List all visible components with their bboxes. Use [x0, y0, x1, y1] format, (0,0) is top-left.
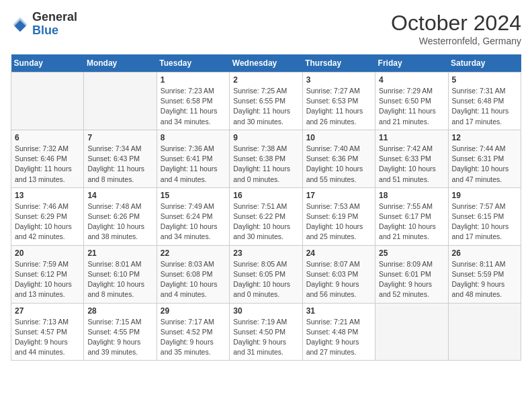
- cell-details: Sunrise: 7:34 AM Sunset: 6:43 PM Dayligh…: [87, 144, 152, 185]
- weekday-header: Sunday: [11, 54, 84, 73]
- calendar-table: SundayMondayTuesdayWednesdayThursdayFrid…: [11, 54, 521, 361]
- calendar-cell: 25Sunrise: 8:09 AM Sunset: 6:01 PM Dayli…: [375, 245, 448, 303]
- calendar-cell: 9Sunrise: 7:38 AM Sunset: 6:38 PM Daylig…: [230, 130, 302, 187]
- calendar-cell: 27Sunrise: 7:13 AM Sunset: 4:57 PM Dayli…: [11, 303, 84, 361]
- cell-details: Sunrise: 8:01 AM Sunset: 6:10 PM Dayligh…: [87, 259, 152, 300]
- logo-text: General Blue: [32, 11, 77, 38]
- cell-details: Sunrise: 7:15 AM Sunset: 4:55 PM Dayligh…: [87, 317, 152, 358]
- calendar-cell: 4Sunrise: 7:29 AM Sunset: 6:50 PM Daylig…: [375, 73, 448, 130]
- day-number: 21: [87, 248, 152, 258]
- cell-details: Sunrise: 7:48 AM Sunset: 6:26 PM Dayligh…: [87, 201, 152, 242]
- day-number: 18: [379, 191, 444, 200]
- calendar-week-row: 27Sunrise: 7:13 AM Sunset: 4:57 PM Dayli…: [11, 303, 521, 361]
- cell-details: Sunrise: 7:32 AM Sunset: 6:46 PM Dayligh…: [15, 144, 80, 185]
- day-number: 16: [233, 191, 298, 200]
- cell-details: Sunrise: 7:46 AM Sunset: 6:29 PM Dayligh…: [15, 201, 80, 242]
- day-number: 30: [233, 306, 298, 316]
- calendar-cell: 10Sunrise: 7:40 AM Sunset: 6:36 PM Dayli…: [302, 130, 375, 187]
- calendar-cell: 6Sunrise: 7:32 AM Sunset: 6:46 PM Daylig…: [11, 130, 84, 187]
- calendar-cell: 1Sunrise: 7:23 AM Sunset: 6:58 PM Daylig…: [157, 73, 229, 130]
- calendar-cell: 15Sunrise: 7:49 AM Sunset: 6:24 PM Dayli…: [157, 187, 229, 245]
- cell-details: Sunrise: 8:07 AM Sunset: 6:03 PM Dayligh…: [306, 259, 371, 300]
- day-number: 25: [379, 248, 444, 258]
- day-number: 13: [15, 191, 80, 200]
- cell-details: Sunrise: 7:40 AM Sunset: 6:36 PM Dayligh…: [306, 144, 371, 185]
- day-number: 6: [15, 133, 80, 142]
- day-number: 12: [452, 133, 517, 142]
- calendar-cell: 14Sunrise: 7:48 AM Sunset: 6:26 PM Dayli…: [84, 187, 157, 245]
- cell-details: Sunrise: 7:36 AM Sunset: 6:41 PM Dayligh…: [161, 144, 226, 185]
- cell-details: Sunrise: 8:05 AM Sunset: 6:05 PM Dayligh…: [233, 259, 298, 300]
- calendar-cell: 20Sunrise: 7:59 AM Sunset: 6:12 PM Dayli…: [11, 245, 84, 303]
- day-number: 27: [15, 306, 80, 316]
- calendar-cell: [448, 303, 521, 361]
- cell-details: Sunrise: 7:17 AM Sunset: 4:52 PM Dayligh…: [161, 317, 226, 358]
- day-number: 14: [87, 191, 152, 200]
- calendar-cell: 12Sunrise: 7:44 AM Sunset: 6:31 PM Dayli…: [448, 130, 521, 187]
- day-number: 23: [233, 248, 298, 258]
- cell-details: Sunrise: 7:59 AM Sunset: 6:12 PM Dayligh…: [15, 259, 80, 300]
- calendar-cell: [11, 73, 84, 130]
- cell-details: Sunrise: 7:42 AM Sunset: 6:33 PM Dayligh…: [379, 144, 444, 185]
- calendar-cell: 2Sunrise: 7:25 AM Sunset: 6:55 PM Daylig…: [230, 73, 302, 130]
- calendar-week-row: 13Sunrise: 7:46 AM Sunset: 6:29 PM Dayli…: [11, 187, 521, 245]
- calendar-cell: [375, 303, 448, 361]
- logo-general-text: General: [32, 11, 77, 24]
- calendar-cell: 21Sunrise: 8:01 AM Sunset: 6:10 PM Dayli…: [84, 245, 157, 303]
- day-number: 9: [233, 133, 298, 142]
- day-number: 26: [452, 248, 517, 258]
- weekday-header: Thursday: [302, 54, 375, 73]
- day-number: 4: [379, 75, 444, 85]
- calendar-cell: 17Sunrise: 7:53 AM Sunset: 6:19 PM Dayli…: [302, 187, 375, 245]
- calendar-cell: 11Sunrise: 7:42 AM Sunset: 6:33 PM Dayli…: [375, 130, 448, 187]
- cell-details: Sunrise: 7:29 AM Sunset: 6:50 PM Dayligh…: [379, 86, 444, 127]
- day-number: 31: [306, 306, 371, 316]
- cell-details: Sunrise: 7:55 AM Sunset: 6:17 PM Dayligh…: [379, 201, 444, 242]
- logo: General Blue: [11, 11, 77, 38]
- day-number: 8: [161, 133, 226, 142]
- cell-details: Sunrise: 7:21 AM Sunset: 4:48 PM Dayligh…: [306, 317, 371, 358]
- day-number: 15: [161, 191, 226, 200]
- day-number: 19: [452, 191, 517, 200]
- calendar-cell: 31Sunrise: 7:21 AM Sunset: 4:48 PM Dayli…: [302, 303, 375, 361]
- weekday-header: Tuesday: [157, 54, 229, 73]
- calendar-cell: 30Sunrise: 7:19 AM Sunset: 4:50 PM Dayli…: [230, 303, 302, 361]
- cell-details: Sunrise: 7:38 AM Sunset: 6:38 PM Dayligh…: [233, 144, 298, 185]
- logo-blue-text: Blue: [32, 24, 77, 38]
- day-number: 1: [161, 75, 226, 85]
- weekday-row: SundayMondayTuesdayWednesdayThursdayFrid…: [11, 54, 521, 73]
- day-number: 5: [452, 75, 517, 85]
- calendar-cell: 24Sunrise: 8:07 AM Sunset: 6:03 PM Dayli…: [302, 245, 375, 303]
- calendar-cell: 8Sunrise: 7:36 AM Sunset: 6:41 PM Daylig…: [157, 130, 229, 187]
- location: Westerronfeld, Germany: [391, 36, 521, 46]
- calendar-cell: 22Sunrise: 8:03 AM Sunset: 6:08 PM Dayli…: [157, 245, 229, 303]
- cell-details: Sunrise: 8:11 AM Sunset: 5:59 PM Dayligh…: [452, 259, 517, 300]
- cell-details: Sunrise: 7:27 AM Sunset: 6:53 PM Dayligh…: [306, 86, 371, 127]
- calendar-header: SundayMondayTuesdayWednesdayThursdayFrid…: [11, 54, 521, 73]
- calendar-cell: 5Sunrise: 7:31 AM Sunset: 6:48 PM Daylig…: [448, 73, 521, 130]
- day-number: 3: [306, 75, 371, 85]
- day-number: 24: [306, 248, 371, 258]
- calendar-cell: 3Sunrise: 7:27 AM Sunset: 6:53 PM Daylig…: [302, 73, 375, 130]
- cell-details: Sunrise: 7:49 AM Sunset: 6:24 PM Dayligh…: [161, 201, 226, 242]
- cell-details: Sunrise: 7:31 AM Sunset: 6:48 PM Dayligh…: [452, 86, 517, 127]
- cell-details: Sunrise: 7:13 AM Sunset: 4:57 PM Dayligh…: [15, 317, 80, 358]
- logo-icon: [11, 15, 30, 34]
- title-block: October 2024 Westerronfeld, Germany: [391, 11, 521, 46]
- page-header: General Blue October 2024 Westerronfeld,…: [11, 11, 521, 46]
- calendar-cell: 7Sunrise: 7:34 AM Sunset: 6:43 PM Daylig…: [84, 130, 157, 187]
- calendar-week-row: 1Sunrise: 7:23 AM Sunset: 6:58 PM Daylig…: [11, 73, 521, 130]
- weekday-header: Friday: [375, 54, 448, 73]
- day-number: 17: [306, 191, 371, 200]
- day-number: 11: [379, 133, 444, 142]
- day-number: 7: [87, 133, 152, 142]
- calendar-cell: 19Sunrise: 7:57 AM Sunset: 6:15 PM Dayli…: [448, 187, 521, 245]
- weekday-header: Wednesday: [230, 54, 302, 73]
- day-number: 20: [15, 248, 80, 258]
- cell-details: Sunrise: 8:09 AM Sunset: 6:01 PM Dayligh…: [379, 259, 444, 300]
- weekday-header: Monday: [84, 54, 157, 73]
- cell-details: Sunrise: 7:44 AM Sunset: 6:31 PM Dayligh…: [452, 144, 517, 185]
- calendar-cell: 18Sunrise: 7:55 AM Sunset: 6:17 PM Dayli…: [375, 187, 448, 245]
- day-number: 29: [161, 306, 226, 316]
- calendar-week-row: 20Sunrise: 7:59 AM Sunset: 6:12 PM Dayli…: [11, 245, 521, 303]
